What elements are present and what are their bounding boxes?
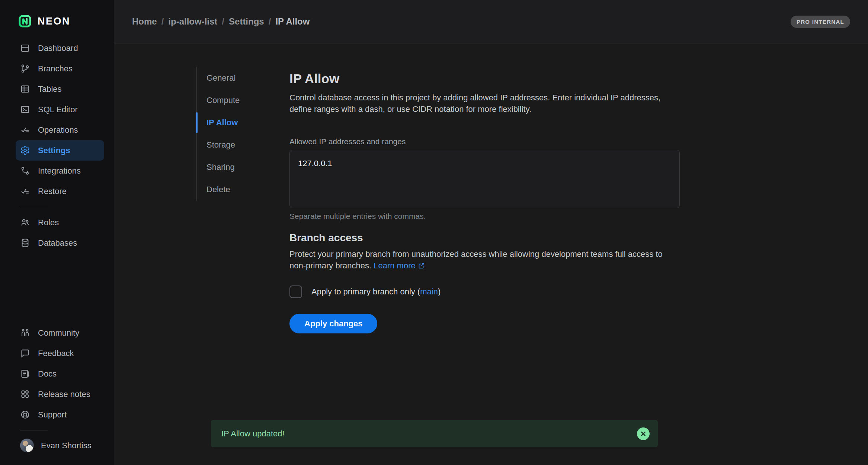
sidebar-item-sql-editor[interactable]: SQL Editor xyxy=(16,99,104,120)
ip-field-helper: Separate multiple entries with commas. xyxy=(289,212,680,221)
brand-logo[interactable]: NEON xyxy=(0,0,114,38)
operations-icon xyxy=(20,125,30,135)
databases-icon xyxy=(20,238,30,248)
sidebar-item-label: Docs xyxy=(38,369,57,379)
settings-tab-delete[interactable]: Delete xyxy=(197,178,266,201)
breadcrumb-project[interactable]: ip-allow-list xyxy=(168,16,217,27)
toast-notification: IP Allow updated! xyxy=(211,420,658,447)
main-branch-link[interactable]: main xyxy=(420,287,438,296)
breadcrumb-separator: / xyxy=(222,16,224,27)
checkbox-label-suffix: ) xyxy=(438,287,441,296)
sidebar-item-label: Release notes xyxy=(38,390,90,399)
sidebar-item-label: Support xyxy=(38,410,67,420)
branch-access-title: Branch access xyxy=(289,232,680,244)
integrations-icon xyxy=(20,166,30,176)
sidebar-item-label: Community xyxy=(38,328,79,338)
sidebar-item-operations[interactable]: Operations xyxy=(16,120,104,140)
sidebar-item-release-notes[interactable]: Release notes xyxy=(16,384,104,404)
sidebar-item-label: SQL Editor xyxy=(38,105,78,114)
user-avatar xyxy=(20,439,34,452)
apply-changes-button[interactable]: Apply changes xyxy=(289,314,377,333)
main-content: General Compute IP Allow Storage Sharing… xyxy=(114,44,868,465)
branches-icon xyxy=(20,64,30,74)
settings-tab-ip-allow[interactable]: IP Allow xyxy=(197,112,266,134)
restore-icon xyxy=(20,186,30,196)
user-menu[interactable]: Evan Shortiss xyxy=(16,436,104,455)
settings-tab-compute[interactable]: Compute xyxy=(197,89,266,112)
breadcrumb-separator: / xyxy=(269,16,271,27)
sidebar-item-roles[interactable]: Roles xyxy=(16,212,104,233)
external-link-icon xyxy=(418,262,425,269)
settings-tab-sharing[interactable]: Sharing xyxy=(197,156,266,178)
sidebar-primary-nav: Dashboard Branches Tables SQL Editor Ope… xyxy=(0,38,114,201)
sidebar-item-label: Roles xyxy=(38,218,59,227)
sidebar-item-label: Branches xyxy=(38,64,73,74)
brand-name: NEON xyxy=(38,16,70,27)
sidebar-secondary-nav: Roles Databases xyxy=(0,212,114,253)
tables-icon xyxy=(20,84,30,94)
settings-gear-icon xyxy=(20,145,30,155)
docs-icon xyxy=(20,369,30,379)
primary-branch-checkbox[interactable] xyxy=(289,285,302,298)
sidebar-divider xyxy=(20,207,48,207)
ip-allow-panel: IP Allow Control database access in this… xyxy=(289,67,680,333)
dashboard-icon xyxy=(20,43,30,53)
sidebar-item-community[interactable]: Community xyxy=(16,323,104,343)
sidebar-item-label: Restore xyxy=(38,187,67,196)
branch-access-description: Protect your primary branch from unautho… xyxy=(289,248,680,271)
breadcrumb-ip-allow: IP Allow xyxy=(275,16,310,27)
page-title: IP Allow xyxy=(289,71,680,86)
user-name: Evan Shortiss xyxy=(41,441,92,451)
learn-more-link[interactable]: Learn more xyxy=(374,261,425,270)
sidebar-item-integrations[interactable]: Integrations xyxy=(16,161,104,181)
settings-tab-general[interactable]: General xyxy=(197,67,266,89)
sidebar-item-restore[interactable]: Restore xyxy=(16,181,104,201)
sidebar-item-label: Databases xyxy=(38,238,77,248)
settings-subnav: General Compute IP Allow Storage Sharing… xyxy=(196,67,266,201)
sidebar-item-label: Feedback xyxy=(38,349,74,358)
ip-field-label: Allowed IP addresses and ranges xyxy=(289,137,680,146)
plan-badge: PRO INTERNAL xyxy=(791,16,850,28)
sidebar-item-settings[interactable]: Settings xyxy=(16,140,104,161)
sidebar-item-feedback[interactable]: Feedback xyxy=(16,343,104,364)
primary-branch-checkbox-label: Apply to primary branch only (main) xyxy=(311,287,441,297)
settings-tab-storage[interactable]: Storage xyxy=(197,134,266,156)
sidebar-item-databases[interactable]: Databases xyxy=(16,233,104,253)
sidebar-item-docs[interactable]: Docs xyxy=(16,364,104,384)
sidebar-item-support[interactable]: Support xyxy=(16,404,104,425)
sidebar: NEON Dashboard Branches Tables SQL Edito… xyxy=(0,0,114,465)
breadcrumb-home[interactable]: Home xyxy=(132,16,157,27)
topbar: Home / ip-allow-list / Settings / IP All… xyxy=(114,0,868,43)
sidebar-item-branches[interactable]: Branches xyxy=(16,58,104,79)
page-description: Control database access in this project … xyxy=(289,92,680,115)
release-notes-icon xyxy=(20,389,30,399)
roles-icon xyxy=(20,217,30,227)
neon-logo-icon xyxy=(19,15,31,28)
learn-more-label: Learn more xyxy=(374,261,416,270)
sidebar-bottom-section: Community Feedback Docs Release notes xyxy=(0,323,114,465)
sidebar-divider xyxy=(20,430,48,430)
community-icon xyxy=(20,328,30,338)
support-icon xyxy=(20,410,30,420)
feedback-icon xyxy=(20,348,30,358)
primary-branch-option: Apply to primary branch only (main) xyxy=(289,285,680,298)
toast-message: IP Allow updated! xyxy=(221,429,285,439)
breadcrumb-separator: / xyxy=(161,16,164,27)
sidebar-item-label: Settings xyxy=(38,146,70,155)
sidebar-item-label: Dashboard xyxy=(38,43,78,53)
close-icon xyxy=(640,431,646,437)
sidebar-item-label: Integrations xyxy=(38,166,81,176)
ip-addresses-textarea[interactable]: 127.0.0.1 xyxy=(289,150,680,208)
branch-access-text: Protect your primary branch from unautho… xyxy=(289,249,663,270)
sidebar-item-label: Operations xyxy=(38,125,78,135)
sidebar-tertiary-nav: Community Feedback Docs Release notes xyxy=(0,323,114,425)
checkbox-label-prefix: Apply to primary branch only ( xyxy=(311,287,420,296)
sidebar-item-label: Tables xyxy=(38,84,62,94)
sidebar-item-dashboard[interactable]: Dashboard xyxy=(16,38,104,58)
breadcrumb-settings[interactable]: Settings xyxy=(229,16,264,27)
sql-editor-icon xyxy=(20,104,30,114)
toast-close-button[interactable] xyxy=(637,427,650,440)
sidebar-item-tables[interactable]: Tables xyxy=(16,79,104,99)
breadcrumb: Home / ip-allow-list / Settings / IP All… xyxy=(132,16,310,27)
